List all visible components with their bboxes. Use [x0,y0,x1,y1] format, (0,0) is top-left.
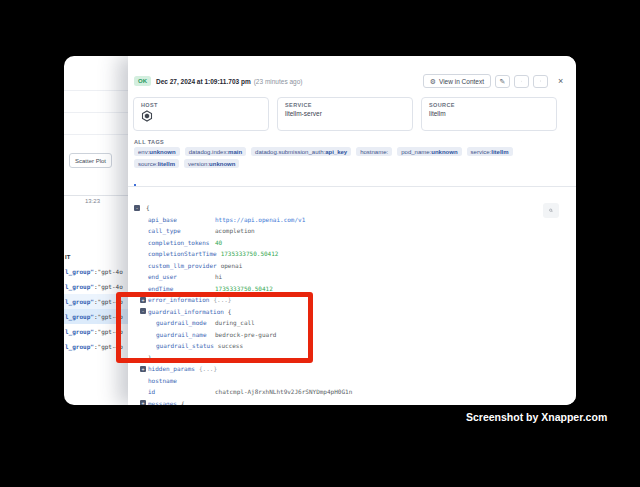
info-card: SERVICE litellm-server [277,97,413,131]
tag-value: unknown [149,149,175,155]
tag-pill[interactable]: pod_nameunknown [397,147,461,156]
info-card-value: litellm [429,110,446,117]
info-card-label: HOST [141,102,261,108]
attr-value: acompletion [215,227,255,234]
tag-value: unknown [431,149,457,155]
context-scope-icon: ⚙ [430,78,436,85]
attr-key: api_base [148,216,211,223]
attr-value: openai [221,262,243,269]
tree-toggle[interactable]: - [134,205,140,211]
tab[interactable] [164,175,166,186]
tag-pill[interactable]: datadog.submission_authapi_key [251,147,351,156]
axis-tick-label: 13:23 [85,198,100,204]
tag-pill[interactable]: envunknown [134,147,180,156]
relative-time: (23 minutes ago) [254,78,303,85]
info-card-label: SERVICE [285,102,405,108]
panel-header: OK Dec 27, 2024 at 1:09:11.703 pm (23 mi… [134,74,564,88]
row-key: l_group" [65,313,94,320]
tag-key: pod_name [401,149,431,155]
chart-axis-line [64,195,128,196]
pencil-icon: ✎ [500,78,506,85]
info-cards: HOST SERVICE litellm-server [133,97,557,131]
tag-key: source [138,161,158,167]
attribute-row: + messages { [128,398,576,406]
export-icon [540,76,541,86]
row-key: l_group" [65,298,94,305]
attr-key: messages [148,400,177,405]
attribute-row: hostname [128,375,576,387]
attr-value: { [146,204,150,211]
attribute-row: completionStartTime 1735333750.50412 [128,248,576,260]
event-timestamp: Dec 27, 2024 at 1:09:11.703 pm [156,78,251,85]
tag-pill[interactable]: servicelitellm [467,147,513,156]
tab-bar [128,175,576,187]
tag-key: env [138,149,149,155]
row-value: :"gpt-4o [94,268,123,275]
tag-key: datadog.index [189,149,228,155]
tag-value: main [228,149,242,155]
tag-pill[interactable]: sourcelitellm [134,159,179,168]
attr-key: hostname [148,377,211,384]
row-key: l_group" [65,268,94,275]
attr-key: end_user [148,273,211,280]
export-button[interactable] [533,75,548,88]
attribute-row: id chatcmpl-Aj8rxhNLht9v2J6rSNYDmp4pH0G1… [128,386,576,398]
tag-key: hostname [360,149,388,155]
info-card: SOURCE litellm [421,97,557,131]
attribute-row: api_base https://api.openai.com/v1 [128,214,576,226]
attr-value: hi [215,273,222,280]
table-row[interactable]: l_group":"gpt-4o [64,264,128,279]
attr-value: https://api.openai.com/v1 [215,216,305,223]
attr-value: {...} [199,365,217,372]
info-card-value: litellm-server [285,110,322,117]
attr-value: 40 [215,239,222,246]
attribute-row: - { [128,202,576,214]
tag-pill[interactable]: hostname [356,147,392,156]
attribute-row: end_user hi [128,271,576,283]
tag-value: api_key [325,149,347,155]
table-header: IT [65,254,70,260]
attr-key: call_type [148,227,211,234]
tag-pill[interactable]: datadog.indexmain [185,147,246,156]
edit-button[interactable]: ✎ [495,75,510,88]
header-actions: ⚙ View in Context ✎ × [423,74,564,88]
attribute-row: + hidden_params {...} [128,363,576,375]
correlate-icon [521,77,522,86]
attr-key: endTime [148,285,211,292]
row-key: l_group" [65,328,94,335]
host-hexagon-icon [141,110,153,122]
row-key: l_group" [65,283,94,290]
search-icon [549,206,553,215]
tag-key: service [471,149,492,155]
highlight-annotation [116,292,313,363]
tree-toggle[interactable]: + [140,400,146,405]
attr-key: completionStartTime [148,250,217,257]
tag-value: litellm [491,149,508,155]
correlate-button[interactable] [514,75,529,88]
tag-key: version [188,161,209,167]
status-badge: OK [134,76,151,86]
attr-key: hidden_params [148,365,195,372]
attribute-row: completion_tokens 40 [128,237,576,249]
tab[interactable] [134,175,136,186]
attribute-row: custom_llm_provider openai [128,260,576,272]
tab[interactable] [149,175,151,186]
info-card-label: SOURCE [429,102,549,108]
tag-list: envunknowndatadog.indexmaindatadog.submi… [134,147,556,168]
watermark: Screenshot by Xnapper.com [466,411,607,423]
scatter-plot-button[interactable]: Scatter Plot [69,153,112,168]
view-in-context-label: View in Context [439,78,484,85]
search-button[interactable] [543,203,559,218]
row-value: :"gpt-4o [94,283,123,290]
attr-value: { [181,400,185,405]
view-in-context-button[interactable]: ⚙ View in Context [423,74,491,88]
tag-pill[interactable]: versionunknown [184,159,239,168]
tree-toggle[interactable]: + [140,366,146,372]
close-icon[interactable]: × [552,75,564,87]
info-card: HOST [133,97,269,131]
tag-value: unknown [209,161,235,167]
attr-value: chatcmpl-Aj8rxhNLht9v2J6rSNYDmp4pH0G1n [215,388,352,395]
tag-key: datadog.submission_auth [255,149,325,155]
attribute-row: call_type acompletion [128,225,576,237]
attr-key: id [148,388,211,395]
